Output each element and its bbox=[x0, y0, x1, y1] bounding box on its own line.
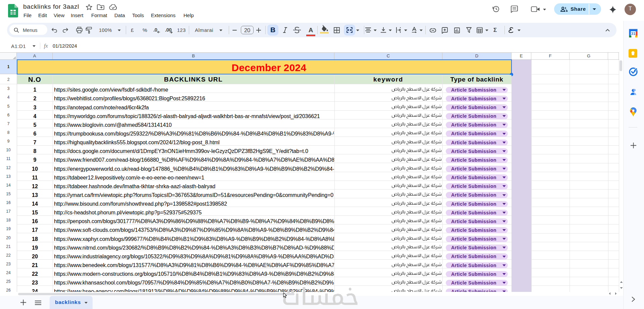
svg-text:31: 31 bbox=[631, 32, 636, 36]
